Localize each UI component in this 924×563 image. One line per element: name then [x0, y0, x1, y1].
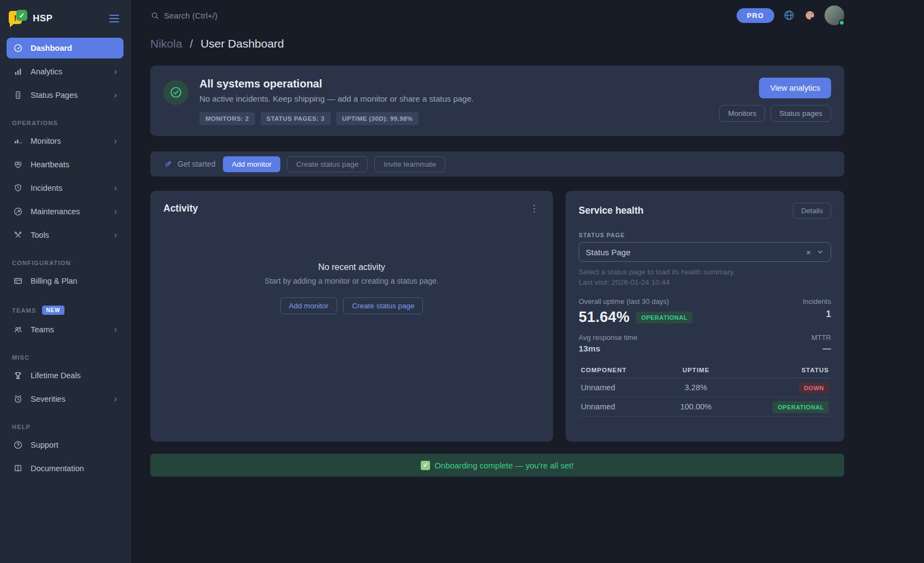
activity-card: Activity ⋮ No recent activity Start by a… [150, 191, 553, 442]
chevron-right-icon: › [114, 184, 117, 192]
sidebar-item-label: Maintenances [31, 207, 107, 216]
sidebar-item-documentation[interactable]: Documentation [7, 458, 123, 479]
sidebar-item-label: Heartbeats [31, 160, 117, 169]
alarm-clock-icon [13, 394, 23, 404]
view-analytics-button[interactable]: View analytics [759, 78, 831, 98]
sidebar-section-configuration: CONFIGURATION [12, 260, 118, 266]
sidebar-item-severities[interactable]: Severities › [7, 389, 123, 409]
sidebar-item-label: Dashboard [31, 44, 117, 52]
topbar: Search (Ctrl+/) PRO [150, 0, 844, 31]
sidebar-item-billing[interactable]: Billing & Plan [7, 271, 123, 291]
pro-badge[interactable]: PRO [737, 8, 774, 23]
component-name: Unnamed [579, 397, 665, 417]
operational-status-badge: OPERATIONAL [636, 312, 692, 324]
menu-toggle-icon[interactable] [107, 13, 121, 25]
sidebar-item-incidents[interactable]: Incidents › [7, 178, 123, 198]
hero-subtitle: No active incidents. Keep shipping — add… [199, 94, 474, 103]
sidebar-item-label: Monitors [31, 137, 107, 145]
sidebar-item-label: Analytics [31, 67, 107, 76]
overall-uptime-value: 51.64% [579, 309, 629, 326]
create-status-page-button[interactable]: Create status page [287, 156, 368, 172]
status-page-select[interactable]: Status Page × [579, 242, 831, 262]
shield-alert-icon [13, 183, 23, 193]
logo-check-square: ✓ [16, 10, 27, 21]
onboarding-banner: ✓ Onboarding complete — you're all set! [150, 454, 844, 477]
sidebar-item-label: Support [31, 441, 117, 449]
empty-state-title: No recent activity [163, 262, 540, 272]
sidebar-section-teams: TEAMS NEW [12, 306, 118, 315]
component-uptime: 3.28% [665, 378, 727, 397]
page-title: User Dashboard [201, 37, 284, 50]
heartbeat-icon [13, 160, 23, 169]
avg-response-label: Avg response time [579, 333, 637, 342]
traffic-light-icon [13, 90, 23, 100]
language-globe-icon[interactable] [783, 9, 795, 21]
chevron-right-icon: › [114, 207, 117, 216]
check-emoji-icon: ✓ [421, 461, 430, 470]
clear-selection-icon[interactable]: × [802, 248, 815, 257]
kebab-menu-icon[interactable]: ⋮ [526, 202, 542, 215]
sidebar-item-teams[interactable]: Teams › [7, 319, 123, 340]
sidebar-item-heartbeats[interactable]: Heartbeats [7, 154, 123, 175]
book-icon [13, 464, 23, 473]
check-circle-icon [163, 80, 189, 105]
hero-title: All systems operational [199, 78, 474, 90]
col-component: COMPONENT [579, 362, 665, 378]
user-avatar[interactable] [825, 5, 844, 25]
chevron-down-icon[interactable] [815, 248, 824, 256]
chevron-right-icon: › [114, 67, 117, 76]
trophy-icon [13, 371, 23, 380]
brand-logo-icon: ! ✓ [9, 10, 27, 27]
empty-add-monitor-button[interactable]: Add monitor [280, 297, 338, 314]
activity-title: Activity [163, 203, 540, 214]
section-label: TEAMS [12, 307, 37, 314]
get-started-label: Get started [163, 160, 215, 169]
onboarding-banner-text: Onboarding complete — you're all set! [434, 461, 574, 470]
get-started-bar: Get started Add monitor Create status pa… [150, 151, 844, 177]
status-page-field-label: STATUS PAGE [579, 232, 831, 238]
sidebar-section-operations: OPERATIONS [12, 120, 118, 126]
search-input[interactable]: Search (Ctrl+/) [150, 11, 217, 20]
add-monitor-button[interactable]: Add monitor [223, 156, 280, 172]
chevron-right-icon: › [114, 231, 117, 239]
search-placeholder: Search (Ctrl+/) [164, 11, 217, 20]
sidebar-item-maintenances[interactable]: Maintenances › [7, 201, 123, 222]
empty-state-subtitle: Start by adding a monitor or creating a … [163, 277, 540, 285]
sidebar-item-status-pages[interactable]: Status Pages › [7, 85, 123, 105]
new-badge: NEW [42, 306, 65, 315]
sidebar-item-lifetime-deals[interactable]: Lifetime Deals [7, 365, 123, 386]
status-pages-chip: STATUS PAGES: 3 [261, 112, 331, 125]
hero-chips: MONITORS: 2 STATUS PAGES: 3 UPTIME (30D)… [199, 112, 474, 125]
monitor-bars-icon [13, 136, 23, 146]
monitors-chip: MONITORS: 2 [199, 112, 255, 125]
invite-teammate-button[interactable]: Invite teammate [374, 156, 445, 172]
breadcrumb: Nikola / User Dashboard [150, 37, 844, 50]
table-row: Unnamed 3.28% DOWN [579, 378, 831, 397]
monitors-button[interactable]: Monitors [719, 105, 765, 122]
sidebar-item-label: Incidents [31, 184, 107, 192]
app-root: ! ✓ HSP Dashboard Analytics › Status Pag… [0, 0, 924, 563]
sidebar-section-misc: MISC [12, 354, 118, 361]
details-button[interactable]: Details [793, 203, 831, 219]
theme-palette-icon[interactable] [804, 9, 816, 21]
breadcrumb-parent[interactable]: Nikola [150, 37, 182, 50]
sidebar-item-monitors[interactable]: Monitors › [7, 131, 123, 151]
question-circle-icon [13, 440, 23, 450]
sidebar-item-dashboard[interactable]: Dashboard [7, 38, 123, 58]
sidebar-item-analytics[interactable]: Analytics › [7, 61, 123, 82]
sidebar-item-tools[interactable]: Tools › [7, 225, 123, 245]
sidebar-item-label: Lifetime Deals [31, 371, 117, 380]
empty-create-status-page-button[interactable]: Create status page [343, 297, 423, 314]
sidebar-section-help: HELP [12, 424, 118, 430]
status-pages-button[interactable]: Status pages [770, 105, 831, 122]
rocket-icon [163, 160, 173, 169]
activity-empty-state: No recent activity Start by adding a mon… [163, 262, 540, 314]
get-started-text: Get started [178, 160, 215, 168]
status-page-select-value: Status Page [586, 248, 802, 257]
sidebar-item-label: Billing & Plan [31, 277, 117, 285]
online-status-dot [839, 20, 845, 26]
sidebar-item-support[interactable]: Support [7, 435, 123, 455]
chevron-right-icon: › [114, 91, 117, 99]
users-icon [13, 325, 23, 335]
incidents-label: Incidents [803, 297, 831, 306]
